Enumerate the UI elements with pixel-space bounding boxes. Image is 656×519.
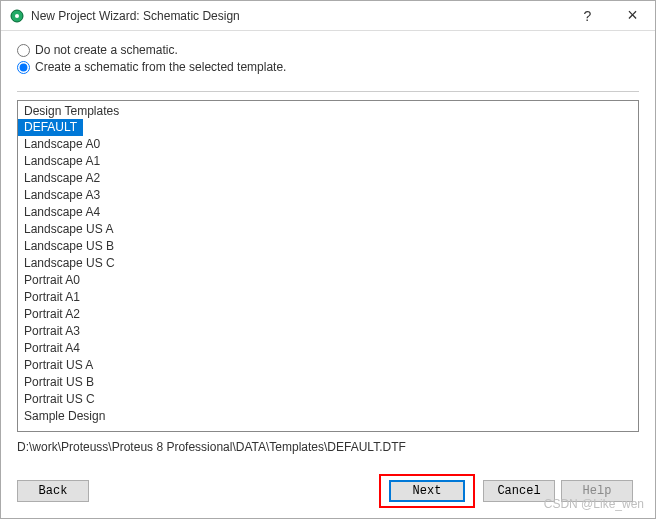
list-item[interactable]: Landscape US C: [18, 255, 638, 272]
back-button[interactable]: Back: [17, 480, 89, 502]
list-item[interactable]: DEFAULT: [18, 119, 83, 136]
app-icon: [9, 8, 25, 24]
radio-create-schematic-input[interactable]: [17, 61, 30, 74]
list-item[interactable]: Landscape A4: [18, 204, 638, 221]
radio-create-schematic-label: Create a schematic from the selected tem…: [35, 60, 286, 74]
help-button-footer[interactable]: Help: [561, 480, 633, 502]
separator: [17, 91, 639, 92]
next-button-highlight: Next: [379, 474, 475, 508]
window-title: New Project Wizard: Schematic Design: [31, 9, 565, 23]
list-item[interactable]: Landscape A0: [18, 136, 638, 153]
list-item[interactable]: Portrait US C: [18, 391, 638, 408]
listbox-header: Design Templates: [18, 103, 638, 119]
radio-create-schematic[interactable]: Create a schematic from the selected tem…: [17, 60, 639, 74]
list-item[interactable]: Landscape A2: [18, 170, 638, 187]
template-path: D:\work\Proteuss\Proteus 8 Professional\…: [17, 438, 639, 460]
help-button[interactable]: ?: [565, 1, 610, 30]
radio-no-schematic[interactable]: Do not create a schematic.: [17, 43, 639, 57]
close-button[interactable]: ×: [610, 1, 655, 30]
list-item[interactable]: Sample Design: [18, 408, 638, 425]
dialog-window: New Project Wizard: Schematic Design ? ×…: [0, 0, 656, 519]
svg-point-1: [15, 14, 19, 18]
cancel-button[interactable]: Cancel: [483, 480, 555, 502]
list-item[interactable]: Portrait A2: [18, 306, 638, 323]
radio-no-schematic-label: Do not create a schematic.: [35, 43, 178, 57]
template-listbox[interactable]: Design Templates DEFAULTLandscape A0Land…: [17, 100, 639, 432]
list-item[interactable]: Portrait US A: [18, 357, 638, 374]
list-item[interactable]: Portrait A1: [18, 289, 638, 306]
radio-no-schematic-input[interactable]: [17, 44, 30, 57]
list-item[interactable]: Portrait US B: [18, 374, 638, 391]
list-item[interactable]: Landscape A1: [18, 153, 638, 170]
title-controls: ? ×: [565, 1, 655, 30]
list-item[interactable]: Landscape A3: [18, 187, 638, 204]
list-item[interactable]: Portrait A3: [18, 323, 638, 340]
list-item[interactable]: Portrait A0: [18, 272, 638, 289]
titlebar: New Project Wizard: Schematic Design ? ×: [1, 1, 655, 31]
list-item[interactable]: Portrait A4: [18, 340, 638, 357]
next-button[interactable]: Next: [389, 480, 465, 502]
content-area: Do not create a schematic. Create a sche…: [1, 31, 655, 468]
list-item[interactable]: Landscape US B: [18, 238, 638, 255]
radio-group: Do not create a schematic. Create a sche…: [17, 43, 639, 77]
button-bar: Back Next Cancel Help: [1, 468, 655, 518]
list-item[interactable]: Landscape US A: [18, 221, 638, 238]
